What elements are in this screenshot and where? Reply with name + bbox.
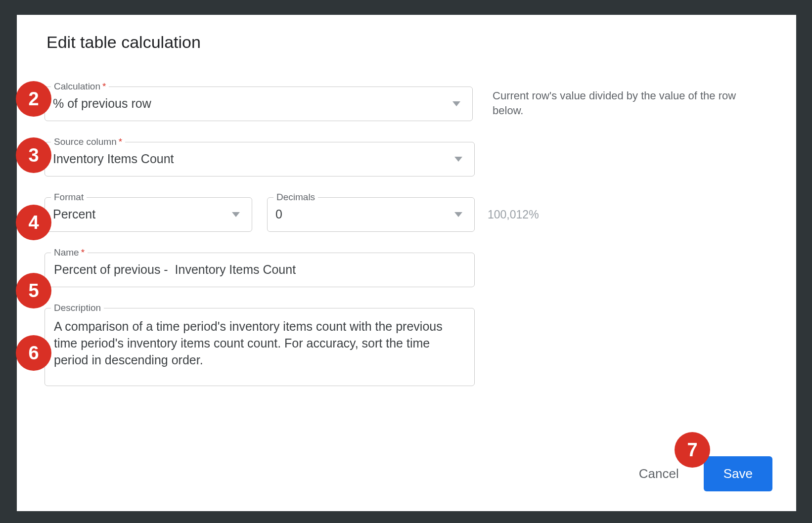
annotation-badge-4: 4 [16,205,51,240]
calculation-help-text: Current row's value divided by the value… [493,87,768,118]
annotation-badge-3: 3 [16,137,51,173]
format-label: Format [51,192,87,203]
source-column-select[interactable]: Source column* Inventory Items Count [45,142,475,176]
source-column-label: Source column* [51,136,125,147]
annotation-badge-5: 5 [16,273,51,308]
chevron-down-icon [452,101,460,106]
annotation-badge-2: 2 [16,81,51,117]
calculation-select[interactable]: Calculation* % of previous row [45,87,473,121]
save-button[interactable]: Save [704,456,772,491]
format-value: Percent [53,206,232,223]
description-label: Description [51,303,104,313]
description-input-wrapper: Description [45,308,475,386]
chevron-down-icon [454,157,462,162]
dialog-title: Edit table calculation [46,33,768,52]
decimals-label: Decimals [273,192,318,203]
format-select[interactable]: Format Percent [45,197,252,232]
decimals-value: 0 [275,206,454,223]
format-preview: 100,012% [488,208,539,221]
annotation-badge-6: 6 [16,335,51,371]
chevron-down-icon [454,212,462,217]
cancel-button[interactable]: Cancel [636,466,682,482]
annotation-badge-7: 7 [675,432,710,468]
name-input[interactable] [53,261,466,279]
decimals-select[interactable]: Decimals 0 [267,197,475,232]
name-label: Name* [51,247,88,258]
source-column-value: Inventory Items Count [53,151,454,168]
edit-table-calculation-dialog: Edit table calculation Calculation* % of… [17,15,796,511]
name-input-wrapper: Name* [45,253,475,287]
description-textarea[interactable] [53,317,466,369]
calculation-label: Calculation* [51,81,109,92]
calculation-value: % of previous row [53,95,452,112]
chevron-down-icon [232,212,240,217]
